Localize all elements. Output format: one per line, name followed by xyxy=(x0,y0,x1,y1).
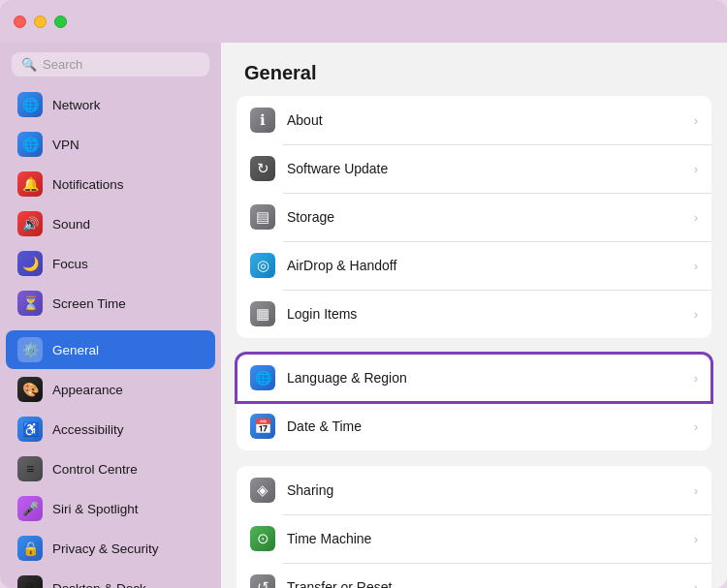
settings-label-airdrop-handoff: AirDrop & Handoff xyxy=(287,258,694,273)
chevron-icon-login-items: › xyxy=(694,307,698,322)
settings-label-language-region: Language & Region xyxy=(287,370,694,386)
screen-time-icon: ⏳ xyxy=(17,291,43,316)
settings-item-transfer-reset[interactable]: ↺Transfer or Reset› xyxy=(237,563,711,588)
sidebar-item-desktop-dock[interactable]: 🖥Desktop & Dock xyxy=(6,569,215,588)
sidebar-label-desktop-dock: Desktop & Dock xyxy=(52,581,146,589)
appearance-icon: 🎨 xyxy=(17,377,43,402)
search-bar[interactable]: 🔍 xyxy=(12,52,209,77)
settings-item-airdrop-handoff[interactable]: ◎AirDrop & Handoff› xyxy=(237,241,711,290)
settings-label-transfer-reset: Transfer or Reset xyxy=(287,579,694,588)
settings-item-storage[interactable]: ▤Storage› xyxy=(237,193,711,241)
sidebar-label-screen-time: Screen Time xyxy=(52,296,126,311)
sidebar-item-focus[interactable]: 🌙Focus xyxy=(6,244,215,283)
control-centre-icon: ≡ xyxy=(17,456,43,481)
login-items-settings-icon: ▦ xyxy=(250,301,275,326)
chevron-icon-date-time: › xyxy=(694,419,698,434)
airdrop-handoff-settings-icon: ◎ xyxy=(250,253,275,278)
settings-item-date-time[interactable]: 📅Date & Time› xyxy=(237,402,711,450)
sidebar-label-notifications: Notifications xyxy=(52,177,124,192)
settings-label-about: About xyxy=(287,112,694,128)
sidebar-item-general[interactable]: ⚙️General xyxy=(6,330,215,369)
page-title: General xyxy=(221,43,727,96)
sidebar-item-vpn[interactable]: 🌐VPN xyxy=(6,125,215,164)
sidebar: 🔍 🌐Network🌐VPN🔔Notifications🔊Sound🌙Focus… xyxy=(0,43,221,588)
sidebar-label-privacy-security: Privacy & Security xyxy=(52,542,159,556)
language-region-settings-icon: 🌐 xyxy=(250,365,275,390)
sidebar-item-appearance[interactable]: 🎨Appearance xyxy=(6,370,215,409)
network-icon: 🌐 xyxy=(17,92,43,117)
main-window: 🔍 🌐Network🌐VPN🔔Notifications🔊Sound🌙Focus… xyxy=(0,0,727,588)
sidebar-label-appearance: Appearance xyxy=(52,383,123,397)
settings-label-software-update: Software Update xyxy=(287,161,694,176)
storage-settings-icon: ▤ xyxy=(250,204,275,230)
maximize-button[interactable] xyxy=(54,15,67,28)
sidebar-label-sound: Sound xyxy=(52,217,90,232)
date-time-settings-icon: 📅 xyxy=(250,414,275,439)
sidebar-item-sound[interactable]: 🔊Sound xyxy=(6,204,215,243)
sidebar-label-vpn: VPN xyxy=(52,138,79,152)
privacy-security-icon: 🔒 xyxy=(17,536,43,561)
chevron-icon-language-region: › xyxy=(694,371,698,386)
chevron-icon-airdrop-handoff: › xyxy=(694,259,698,273)
accessibility-icon: ♿ xyxy=(17,417,43,442)
chevron-icon-time-machine: › xyxy=(694,532,698,546)
settings-group-2: ◈Sharing›⊙Time Machine›↺Transfer or Rese… xyxy=(237,466,711,588)
minimize-button[interactable] xyxy=(34,15,47,28)
settings-item-about[interactable]: ℹAbout› xyxy=(237,96,711,144)
sidebar-label-siri-spotlight: Siri & Spotlight xyxy=(52,502,139,516)
time-machine-settings-icon: ⊙ xyxy=(250,526,275,551)
settings-label-date-time: Date & Time xyxy=(287,418,694,434)
sidebar-label-control-centre: Control Centre xyxy=(52,462,138,477)
chevron-icon-storage: › xyxy=(694,210,698,225)
general-icon: ⚙️ xyxy=(17,337,43,362)
settings-item-time-machine[interactable]: ⊙Time Machine› xyxy=(237,514,711,563)
sidebar-item-accessibility[interactable]: ♿Accessibility xyxy=(6,410,215,449)
sidebar-item-screen-time[interactable]: ⏳Screen Time xyxy=(6,284,215,323)
transfer-reset-settings-icon: ↺ xyxy=(250,574,275,588)
settings-list: ℹAbout›↻Software Update›▤Storage›◎AirDro… xyxy=(221,96,727,588)
notifications-icon: 🔔 xyxy=(17,171,43,197)
desktop-dock-icon: 🖥 xyxy=(17,575,43,588)
sidebar-item-siri-spotlight[interactable]: 🎤Siri & Spotlight xyxy=(6,489,215,528)
title-bar xyxy=(0,0,727,43)
focus-icon: 🌙 xyxy=(17,251,43,276)
sidebar-label-accessibility: Accessibility xyxy=(52,422,124,437)
settings-label-storage: Storage xyxy=(287,209,694,225)
settings-item-login-items[interactable]: ▦Login Items› xyxy=(237,290,711,338)
chevron-icon-transfer-reset: › xyxy=(694,580,698,589)
sidebar-label-general: General xyxy=(52,343,99,357)
sidebar-item-network[interactable]: 🌐Network xyxy=(6,85,215,124)
settings-item-sharing[interactable]: ◈Sharing› xyxy=(237,466,711,514)
chevron-icon-about: › xyxy=(694,113,698,128)
settings-group-0: ℹAbout›↻Software Update›▤Storage›◎AirDro… xyxy=(237,96,711,338)
chevron-icon-sharing: › xyxy=(694,483,698,498)
main-content: General ℹAbout›↻Software Update›▤Storage… xyxy=(221,43,727,588)
search-input[interactable] xyxy=(43,57,200,72)
sidebar-label-network: Network xyxy=(52,98,101,112)
close-button[interactable] xyxy=(14,15,26,28)
sidebar-label-focus: Focus xyxy=(52,257,88,271)
sidebar-item-privacy-security[interactable]: 🔒Privacy & Security xyxy=(6,529,215,568)
search-icon: 🔍 xyxy=(21,57,37,72)
about-settings-icon: ℹ xyxy=(250,108,275,133)
sidebar-item-notifications[interactable]: 🔔Notifications xyxy=(6,165,215,203)
vpn-icon: 🌐 xyxy=(17,132,43,157)
software-update-settings-icon: ↻ xyxy=(250,156,275,181)
chevron-icon-software-update: › xyxy=(694,162,698,176)
sidebar-items: 🌐Network🌐VPN🔔Notifications🔊Sound🌙Focus⏳S… xyxy=(0,84,221,588)
settings-label-login-items: Login Items xyxy=(287,306,694,322)
settings-item-language-region[interactable]: 🌐Language & Region› xyxy=(237,354,711,402)
siri-spotlight-icon: 🎤 xyxy=(17,496,43,521)
sound-icon: 🔊 xyxy=(17,211,43,236)
settings-label-time-machine: Time Machine xyxy=(287,531,694,546)
sharing-settings-icon: ◈ xyxy=(250,478,275,503)
content-area: 🔍 🌐Network🌐VPN🔔Notifications🔊Sound🌙Focus… xyxy=(0,43,727,588)
settings-label-sharing: Sharing xyxy=(287,482,694,498)
settings-group-1: 🌐Language & Region›📅Date & Time› xyxy=(237,354,711,450)
settings-item-software-update[interactable]: ↻Software Update› xyxy=(237,144,711,193)
sidebar-item-control-centre[interactable]: ≡Control Centre xyxy=(6,449,215,488)
